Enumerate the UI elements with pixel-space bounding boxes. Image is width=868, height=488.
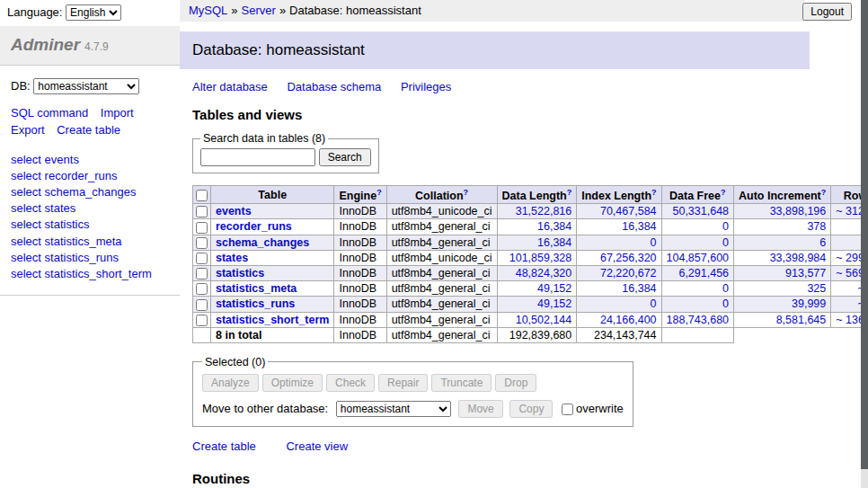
auto-increment-link[interactable]: 378 xyxy=(807,220,826,233)
help-link[interactable]: ? xyxy=(464,188,469,197)
select-all-checkbox[interactable] xyxy=(196,190,208,201)
table-name-link[interactable]: statistics xyxy=(216,267,264,279)
table-name-link[interactable]: statistics_runs xyxy=(216,297,295,310)
analyze-button[interactable]: Analyze xyxy=(202,374,259,392)
index-length-link[interactable]: 72,220,672 xyxy=(600,267,657,279)
overwrite-checkbox[interactable] xyxy=(562,404,573,415)
select-table-link[interactable]: select xyxy=(11,235,41,248)
index-length-link[interactable]: 0 xyxy=(651,236,657,249)
table-link[interactable]: statistics_runs xyxy=(45,251,119,264)
data-length-link[interactable]: 10,502,144 xyxy=(516,314,572,326)
create-view-link[interactable]: Create view xyxy=(286,439,348,453)
data-free-link[interactable]: 0 xyxy=(722,282,729,295)
optimize-button[interactable]: Optimize xyxy=(262,374,323,392)
help-link[interactable]: ? xyxy=(651,188,657,197)
create-table-link-sidebar[interactable]: Create table xyxy=(57,123,120,137)
data-length-link[interactable]: 49,152 xyxy=(537,282,571,295)
select-table-link[interactable]: select xyxy=(11,185,41,199)
create-table-link[interactable]: Create table xyxy=(192,439,256,453)
table-name-link[interactable]: states xyxy=(216,252,248,264)
data-length-link[interactable]: 49,152 xyxy=(537,297,571,310)
data-length-link[interactable]: 101,859,328 xyxy=(509,252,572,264)
data-length-link[interactable]: 16,384 xyxy=(537,220,571,233)
table-link[interactable]: schema_changes xyxy=(45,185,137,199)
auto-increment-link[interactable]: 8,581,645 xyxy=(776,314,827,326)
table-link[interactable]: statistics_meta xyxy=(45,235,122,248)
index-length-link[interactable]: 70,467,584 xyxy=(600,205,657,217)
data-free-link[interactable]: 50,331,648 xyxy=(672,205,729,217)
table-name-link[interactable]: statistics_short_term xyxy=(216,314,329,326)
export-link[interactable]: Export xyxy=(11,123,45,137)
select-table-link[interactable]: select xyxy=(11,153,41,166)
table-name-link[interactable]: events xyxy=(216,205,252,217)
adminer-logo[interactable]: Adminer xyxy=(11,35,80,54)
table-name-link[interactable]: schema_changes xyxy=(216,236,309,249)
privileges-link[interactable]: Privileges xyxy=(401,80,451,93)
help-link[interactable]: ? xyxy=(567,188,572,197)
table-name-link[interactable]: recorder_runs xyxy=(216,220,292,233)
auto-increment-link[interactable]: 325 xyxy=(807,282,826,295)
data-free-link[interactable]: 0 xyxy=(722,220,729,233)
auto-increment-link[interactable]: 39,999 xyxy=(792,297,826,310)
breadcrumb-server-link[interactable]: Server xyxy=(242,4,276,17)
check-button[interactable]: Check xyxy=(326,374,375,392)
row-checkbox[interactable] xyxy=(196,237,208,249)
row-checkbox[interactable] xyxy=(196,299,208,311)
data-free-link[interactable]: 6,291,456 xyxy=(678,267,729,279)
index-length-link[interactable]: 67,256,320 xyxy=(600,252,657,264)
search-input[interactable] xyxy=(200,148,315,166)
drop-button[interactable]: Drop xyxy=(495,374,536,392)
sql-command-link[interactable]: SQL command xyxy=(11,106,88,120)
alter-database-link[interactable]: Alter database xyxy=(192,80,268,93)
auto-increment-link[interactable]: 33,398,984 xyxy=(770,252,827,264)
data-free-link[interactable]: 188,743,680 xyxy=(667,314,730,326)
copy-button[interactable]: Copy xyxy=(509,400,553,418)
data-free-link[interactable]: 104,857,600 xyxy=(667,252,730,264)
index-length-link[interactable]: 0 xyxy=(651,297,657,310)
help-link[interactable]: ? xyxy=(376,188,382,197)
index-length-link[interactable]: 24,166,400 xyxy=(600,314,657,326)
data-length-link[interactable]: 48,824,320 xyxy=(516,267,572,279)
import-link[interactable]: Import xyxy=(101,106,134,120)
help-link[interactable]: ? xyxy=(721,188,726,197)
auto-increment-link[interactable]: 913,577 xyxy=(785,267,826,279)
scrollbar-thumb[interactable] xyxy=(861,0,868,469)
row-checkbox[interactable] xyxy=(196,222,208,234)
data-length-link[interactable]: 16,384 xyxy=(537,236,571,249)
logout-button[interactable]: Logout xyxy=(802,3,852,21)
row-checkbox[interactable] xyxy=(196,283,208,295)
row-checkbox[interactable] xyxy=(196,206,208,217)
help-link[interactable]: ? xyxy=(821,188,827,197)
move-button[interactable]: Move xyxy=(458,400,502,418)
truncate-button[interactable]: Truncate xyxy=(431,374,492,392)
row-checkbox[interactable] xyxy=(196,315,208,326)
database-schema-link[interactable]: Database schema xyxy=(287,80,381,93)
auto-increment-link[interactable]: 6 xyxy=(819,236,826,249)
index-length-link[interactable]: 16,384 xyxy=(622,282,656,295)
row-checkbox[interactable] xyxy=(196,268,208,279)
data-free-link[interactable]: 0 xyxy=(722,297,729,310)
vertical-scrollbar[interactable] xyxy=(861,0,868,488)
table-link[interactable]: states xyxy=(45,201,76,215)
language-select[interactable]: English xyxy=(66,4,121,21)
repair-button[interactable]: Repair xyxy=(378,374,428,392)
select-table-link[interactable]: select xyxy=(11,217,41,231)
data-free-link[interactable]: 0 xyxy=(722,236,729,249)
table-link[interactable]: statistics xyxy=(45,217,90,231)
select-table-link[interactable]: select xyxy=(11,251,41,264)
db-select[interactable]: homeassistant xyxy=(33,78,139,94)
move-database-select[interactable]: homeassistant xyxy=(336,401,451,417)
breadcrumb-mysql-link[interactable]: MySQL xyxy=(189,4,227,17)
select-table-link[interactable]: select xyxy=(11,267,41,280)
index-length-link[interactable]: 16,384 xyxy=(622,220,656,233)
table-link[interactable]: events xyxy=(45,153,79,166)
row-checkbox[interactable] xyxy=(196,253,208,264)
auto-increment-link[interactable]: 33,898,196 xyxy=(770,205,827,217)
select-table-link[interactable]: select xyxy=(11,201,41,215)
data-length-link[interactable]: 31,522,816 xyxy=(516,205,572,217)
search-button[interactable]: Search xyxy=(319,148,371,166)
table-name-link[interactable]: statistics_meta xyxy=(216,282,297,295)
table-link[interactable]: recorder_runs xyxy=(45,169,118,182)
table-link[interactable]: statistics_short_term xyxy=(45,267,152,280)
select-table-link[interactable]: select xyxy=(11,169,41,182)
